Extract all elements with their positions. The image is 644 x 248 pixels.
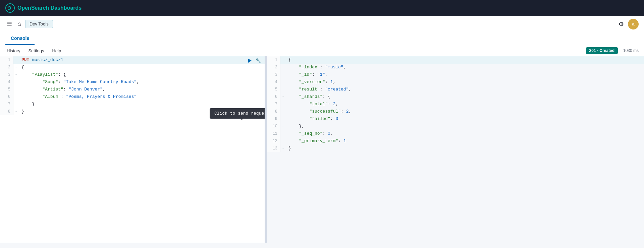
tab-console[interactable]: Console (5, 32, 35, 45)
topbar: OpenSearch Dashboards (0, 0, 644, 16)
response-line: 11 "_seq_no": 0, (267, 130, 644, 137)
response-line: 7 "total": 2, (267, 101, 644, 108)
line-content: { (19, 64, 265, 71)
send-request-button[interactable] (246, 57, 253, 64)
console-tabs-bar: Console (0, 32, 644, 45)
line-content: "failed": 0 (286, 115, 644, 123)
hamburger-button[interactable]: ☰ (5, 19, 13, 29)
status-badge: 201 - Created (586, 47, 618, 54)
secondbar: ☰ ⌂ Dev Tools ⚙ a (0, 16, 644, 32)
response-line: 1 - { (267, 56, 644, 64)
line-content: "result": "created", (286, 86, 644, 93)
line-number: 11 (267, 130, 280, 137)
response-line: 9 "failed": 0 (267, 115, 644, 123)
right-response-panel: 1 - { 2 "_index": "music", 3 "_id": "1",… (267, 56, 644, 243)
line-content: "successful": 2, (286, 108, 644, 115)
editor-line: 7 - } (0, 101, 265, 108)
line-number: 7 (0, 101, 13, 108)
play-icon (247, 58, 252, 63)
line-number: 9 (267, 115, 280, 123)
editor-line: 3 - "Playlist": { (0, 71, 265, 78)
line-number: 5 (267, 86, 280, 93)
response-line: 4 "_version": 1, (267, 78, 644, 86)
line-number: 6 (0, 93, 13, 101)
response-line: 3 "_id": "1", (267, 71, 644, 78)
response-lines: 1 - { 2 "_index": "music", 3 "_id": "1",… (267, 56, 644, 152)
line-content: "Song": "Take Me Home Country Roads", (19, 78, 265, 86)
editor-line: 2 - { (0, 64, 265, 71)
editor-line: 1 PUT music/_doc/1 (0, 56, 265, 64)
line-content: "Artist": "John Denver", (19, 86, 265, 93)
line-number: 8 (267, 108, 280, 115)
line-content: }, (286, 123, 644, 130)
action-buttons: 🔧 (246, 57, 262, 64)
global-settings-button[interactable]: ⚙ (619, 20, 624, 28)
line-content: "Playlist": { (19, 71, 265, 78)
response-line: 10 - }, (267, 123, 644, 130)
line-number: 10 (267, 123, 280, 130)
history-button[interactable]: History (5, 48, 21, 54)
line-content: "_seq_no": 0, (286, 130, 644, 137)
line-content: } (286, 145, 644, 152)
settings-button[interactable]: Settings (27, 48, 45, 54)
line-content: } (19, 101, 265, 108)
app-name: OpenSearch Dashboards (17, 5, 82, 11)
line-number: 2 (267, 64, 280, 71)
left-editor-panel[interactable]: Click to send request 🔧 1 PUT music/_doc… (0, 56, 265, 243)
line-number: 8 (0, 108, 13, 115)
wrench-button[interactable]: 🔧 (255, 57, 262, 64)
topbar-right: ⚙ a (619, 19, 639, 29)
line-number: 13 (267, 145, 280, 152)
line-gutter: - (13, 108, 19, 115)
line-number: 4 (267, 78, 280, 86)
line-gutter: - (280, 56, 286, 64)
line-gutter: - (13, 101, 19, 108)
line-number: 4 (0, 78, 13, 86)
devtools-tab-button[interactable]: Dev Tools (25, 20, 53, 28)
response-line: 8 "successful": 2, (267, 108, 644, 115)
line-number: 1 (267, 56, 280, 64)
line-number: 5 (0, 86, 13, 93)
line-number: 2 (0, 64, 13, 71)
line-content: "Album": "Poems, Prayers & Promises" (19, 93, 265, 101)
response-line: 13 - } (267, 145, 644, 152)
line-gutter: - (280, 93, 286, 101)
line-number: 6 (267, 93, 280, 101)
home-button[interactable]: ⌂ (16, 19, 22, 29)
line-gutter: - (280, 145, 286, 152)
tooltip-container: Click to send request (210, 108, 265, 119)
editor-lines: 1 PUT music/_doc/1 2 - { 3 - "Playlist":… (0, 56, 265, 115)
line-number: 3 (0, 71, 13, 78)
editor-line: 4 "Song": "Take Me Home Country Roads", (0, 78, 265, 86)
line-content: "_id": "1", (286, 71, 644, 78)
editor-line: 5 "Artist": "John Denver", (0, 86, 265, 93)
response-line: 12 "_primary_term": 1 (267, 137, 644, 145)
line-number: 7 (267, 101, 280, 108)
line-gutter: - (13, 71, 19, 78)
editor-container: Click to send request 🔧 1 PUT music/_doc… (0, 56, 644, 243)
svg-point-0 (6, 4, 14, 12)
line-content: "_shards": { (286, 93, 644, 101)
opensearch-logo-icon (5, 3, 15, 13)
tooltip-box: Click to send request (210, 108, 265, 119)
app-logo: OpenSearch Dashboards (5, 3, 82, 13)
response-line: 6 - "_shards": { (267, 93, 644, 101)
line-number: 3 (267, 71, 280, 78)
line-number: 1 (0, 56, 13, 64)
user-avatar[interactable]: a (628, 19, 639, 29)
line-content: { (286, 56, 644, 64)
line-content: "_version": 1, (286, 78, 644, 86)
line-number: 12 (267, 137, 280, 145)
line-gutter: - (13, 64, 19, 71)
line-gutter: - (280, 123, 286, 130)
time-badge: 1030 ms (623, 48, 639, 53)
response-line: 2 "_index": "music", (267, 64, 644, 71)
response-line: 5 "result": "created", (267, 86, 644, 93)
line-content: "_primary_term": 1 (286, 137, 644, 145)
svg-marker-1 (248, 59, 252, 63)
line-content: PUT music/_doc/1 (19, 56, 265, 64)
toolbar: History Settings Help 201 - Created 1030… (0, 45, 644, 56)
help-button[interactable]: Help (51, 48, 62, 54)
editor-line: 6 "Album": "Poems, Prayers & Promises" (0, 93, 265, 101)
line-content: "total": 2, (286, 101, 644, 108)
